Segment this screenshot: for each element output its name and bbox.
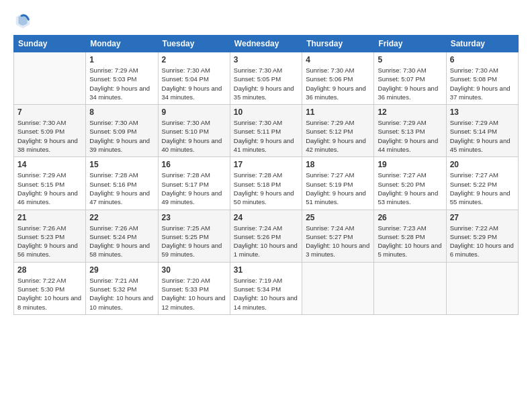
day-info: Sunrise: 7:30 AMSunset: 5:04 PMDaylight:… xyxy=(162,66,226,101)
calendar-cell: 10 Sunrise: 7:30 AMSunset: 5:11 PMDaylig… xyxy=(230,105,302,157)
day-number: 12 xyxy=(378,107,442,117)
weekday-header-tuesday: Tuesday xyxy=(158,36,230,52)
day-number: 4 xyxy=(306,55,370,64)
day-number: 11 xyxy=(306,107,370,117)
day-number: 3 xyxy=(234,55,298,64)
calendar-cell: 13 Sunrise: 7:29 AMSunset: 5:14 PMDaylig… xyxy=(446,105,518,157)
day-info: Sunrise: 7:30 AMSunset: 5:08 PMDaylight:… xyxy=(450,66,515,101)
day-number: 27 xyxy=(450,213,515,222)
calendar-cell: 23 Sunrise: 7:25 AMSunset: 5:25 PMDaylig… xyxy=(158,210,230,262)
day-number: 14 xyxy=(17,160,82,169)
calendar-cell: 27 Sunrise: 7:22 AMSunset: 5:29 PMDaylig… xyxy=(446,210,518,262)
week-row-4: 21 Sunrise: 7:26 AMSunset: 5:23 PMDaylig… xyxy=(14,210,519,262)
day-number: 15 xyxy=(89,160,154,169)
day-number: 25 xyxy=(306,213,370,222)
day-number: 23 xyxy=(162,213,226,222)
day-number: 20 xyxy=(450,160,515,169)
day-info: Sunrise: 7:30 AMSunset: 5:07 PMDaylight:… xyxy=(378,66,442,101)
calendar-cell: 26 Sunrise: 7:23 AMSunset: 5:28 PMDaylig… xyxy=(374,210,446,262)
day-info: Sunrise: 7:26 AMSunset: 5:23 PMDaylight:… xyxy=(17,224,82,259)
day-number: 24 xyxy=(234,213,298,222)
day-info: Sunrise: 7:19 AMSunset: 5:34 PMDaylight:… xyxy=(234,276,298,312)
day-info: Sunrise: 7:29 AMSunset: 5:12 PMDaylight:… xyxy=(306,118,370,154)
day-info: Sunrise: 7:28 AMSunset: 5:18 PMDaylight:… xyxy=(234,171,298,206)
day-number: 30 xyxy=(162,265,226,275)
calendar-cell: 8 Sunrise: 7:30 AMSunset: 5:09 PMDayligh… xyxy=(86,105,158,157)
week-row-3: 14 Sunrise: 7:29 AMSunset: 5:15 PMDaylig… xyxy=(14,157,519,210)
day-info: Sunrise: 7:25 AMSunset: 5:25 PMDaylight:… xyxy=(162,224,226,259)
day-info: Sunrise: 7:24 AMSunset: 5:26 PMDaylight:… xyxy=(234,224,298,259)
calendar-cell: 1 Sunrise: 7:29 AMSunset: 5:03 PMDayligh… xyxy=(86,52,158,105)
day-info: Sunrise: 7:29 AMSunset: 5:14 PMDaylight:… xyxy=(450,118,515,154)
day-info: Sunrise: 7:21 AMSunset: 5:32 PMDaylight:… xyxy=(89,276,154,312)
week-row-2: 7 Sunrise: 7:30 AMSunset: 5:09 PMDayligh… xyxy=(14,105,519,157)
day-number: 7 xyxy=(17,107,82,117)
day-number: 19 xyxy=(378,160,442,169)
day-info: Sunrise: 7:26 AMSunset: 5:24 PMDaylight:… xyxy=(89,224,154,259)
page-header xyxy=(13,11,519,30)
calendar-cell: 24 Sunrise: 7:24 AMSunset: 5:26 PMDaylig… xyxy=(230,210,302,262)
day-info: Sunrise: 7:28 AMSunset: 5:17 PMDaylight:… xyxy=(162,171,226,206)
day-info: Sunrise: 7:27 AMSunset: 5:19 PMDaylight:… xyxy=(306,171,370,206)
calendar-cell: 19 Sunrise: 7:27 AMSunset: 5:20 PMDaylig… xyxy=(374,157,446,210)
day-number: 31 xyxy=(234,265,298,275)
week-row-5: 28 Sunrise: 7:22 AMSunset: 5:30 PMDaylig… xyxy=(14,262,519,314)
calendar-cell: 30 Sunrise: 7:20 AMSunset: 5:33 PMDaylig… xyxy=(158,262,230,314)
weekday-header-sunday: Sunday xyxy=(14,36,86,52)
day-info: Sunrise: 7:30 AMSunset: 5:10 PMDaylight:… xyxy=(162,118,226,154)
day-info: Sunrise: 7:20 AMSunset: 5:33 PMDaylight:… xyxy=(162,276,226,312)
calendar-cell xyxy=(446,262,518,314)
calendar-cell: 3 Sunrise: 7:30 AMSunset: 5:05 PMDayligh… xyxy=(230,52,302,105)
calendar-cell: 11 Sunrise: 7:29 AMSunset: 5:12 PMDaylig… xyxy=(302,105,374,157)
logo-icon xyxy=(13,11,32,30)
day-info: Sunrise: 7:30 AMSunset: 5:06 PMDaylight:… xyxy=(306,66,370,101)
calendar-cell: 25 Sunrise: 7:24 AMSunset: 5:27 PMDaylig… xyxy=(302,210,374,262)
calendar-cell: 9 Sunrise: 7:30 AMSunset: 5:10 PMDayligh… xyxy=(158,105,230,157)
day-info: Sunrise: 7:29 AMSunset: 5:03 PMDaylight:… xyxy=(89,66,154,101)
day-number: 10 xyxy=(234,107,298,117)
calendar-cell xyxy=(14,52,86,105)
day-number: 28 xyxy=(17,265,82,275)
calendar-cell: 7 Sunrise: 7:30 AMSunset: 5:09 PMDayligh… xyxy=(14,105,86,157)
day-number: 9 xyxy=(162,107,226,117)
day-info: Sunrise: 7:30 AMSunset: 5:11 PMDaylight:… xyxy=(234,118,298,154)
day-number: 17 xyxy=(234,160,298,169)
weekday-header-thursday: Thursday xyxy=(302,36,374,52)
weekday-header-row: SundayMondayTuesdayWednesdayThursdayFrid… xyxy=(14,36,519,52)
weekday-header-monday: Monday xyxy=(86,36,158,52)
logo xyxy=(13,11,35,30)
day-info: Sunrise: 7:22 AMSunset: 5:30 PMDaylight:… xyxy=(17,276,82,312)
calendar-cell: 4 Sunrise: 7:30 AMSunset: 5:06 PMDayligh… xyxy=(302,52,374,105)
calendar-cell: 22 Sunrise: 7:26 AMSunset: 5:24 PMDaylig… xyxy=(86,210,158,262)
day-info: Sunrise: 7:22 AMSunset: 5:29 PMDaylight:… xyxy=(450,224,515,259)
calendar-table: SundayMondayTuesdayWednesdayThursdayFrid… xyxy=(13,35,519,315)
day-info: Sunrise: 7:27 AMSunset: 5:22 PMDaylight:… xyxy=(450,171,515,206)
day-number: 6 xyxy=(450,55,515,64)
calendar-cell: 29 Sunrise: 7:21 AMSunset: 5:32 PMDaylig… xyxy=(86,262,158,314)
day-number: 18 xyxy=(306,160,370,169)
day-number: 8 xyxy=(89,107,154,117)
day-info: Sunrise: 7:23 AMSunset: 5:28 PMDaylight:… xyxy=(378,224,442,259)
calendar-cell: 5 Sunrise: 7:30 AMSunset: 5:07 PMDayligh… xyxy=(374,52,446,105)
calendar-cell: 12 Sunrise: 7:29 AMSunset: 5:13 PMDaylig… xyxy=(374,105,446,157)
calendar-cell xyxy=(302,262,374,314)
calendar-cell: 6 Sunrise: 7:30 AMSunset: 5:08 PMDayligh… xyxy=(446,52,518,105)
calendar-cell: 21 Sunrise: 7:26 AMSunset: 5:23 PMDaylig… xyxy=(14,210,86,262)
day-number: 21 xyxy=(17,213,82,222)
calendar-cell xyxy=(374,262,446,314)
calendar-cell: 20 Sunrise: 7:27 AMSunset: 5:22 PMDaylig… xyxy=(446,157,518,210)
week-row-1: 1 Sunrise: 7:29 AMSunset: 5:03 PMDayligh… xyxy=(14,52,519,105)
calendar-cell: 15 Sunrise: 7:28 AMSunset: 5:16 PMDaylig… xyxy=(86,157,158,210)
day-number: 16 xyxy=(162,160,226,169)
day-info: Sunrise: 7:28 AMSunset: 5:16 PMDaylight:… xyxy=(89,171,154,206)
calendar-cell: 18 Sunrise: 7:27 AMSunset: 5:19 PMDaylig… xyxy=(302,157,374,210)
calendar-cell: 17 Sunrise: 7:28 AMSunset: 5:18 PMDaylig… xyxy=(230,157,302,210)
day-info: Sunrise: 7:27 AMSunset: 5:20 PMDaylight:… xyxy=(378,171,442,206)
day-info: Sunrise: 7:29 AMSunset: 5:13 PMDaylight:… xyxy=(378,118,442,154)
day-number: 22 xyxy=(89,213,154,222)
day-number: 5 xyxy=(378,55,442,64)
day-info: Sunrise: 7:30 AMSunset: 5:09 PMDaylight:… xyxy=(17,118,82,154)
day-info: Sunrise: 7:24 AMSunset: 5:27 PMDaylight:… xyxy=(306,224,370,259)
day-number: 13 xyxy=(450,107,515,117)
calendar-cell: 14 Sunrise: 7:29 AMSunset: 5:15 PMDaylig… xyxy=(14,157,86,210)
